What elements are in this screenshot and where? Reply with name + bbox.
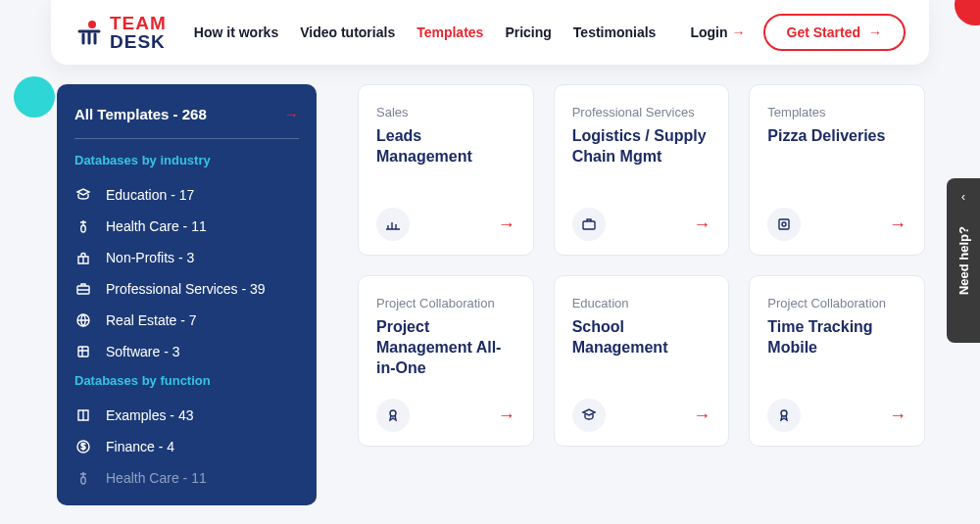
- nav-how-it-works[interactable]: How it works: [194, 24, 278, 40]
- card-category: Professional Services: [572, 105, 711, 120]
- health-icon: [74, 217, 92, 235]
- health-icon: [74, 469, 92, 487]
- dollar-icon: [74, 438, 92, 455]
- sidebar-industry-list: Education - 17 Health Care - 11 Non-Prof…: [74, 179, 299, 367]
- nav-templates[interactable]: Templates: [416, 24, 483, 40]
- template-card[interactable]: Project Collaboration Project Management…: [358, 275, 534, 447]
- sidebar-section-function-title: Databases by function: [74, 373, 299, 388]
- nav: How it works Video tutorials Templates P…: [194, 24, 657, 40]
- nav-pricing[interactable]: Pricing: [505, 24, 551, 40]
- card-title: Time Tracking Mobile: [767, 317, 906, 358]
- globe-icon: [74, 311, 92, 329]
- arrow-right-icon: →: [693, 214, 710, 235]
- briefcase-icon: [572, 208, 606, 241]
- logo-text: TEAM DESK: [110, 14, 167, 51]
- book-icon: [74, 406, 92, 424]
- card-category: Project Collaboration: [376, 296, 515, 311]
- template-card[interactable]: Education School Management →: [554, 275, 730, 447]
- package-icon: [767, 208, 801, 241]
- template-card[interactable]: Professional Services Logistics / Supply…: [554, 84, 730, 256]
- sidebar-item-health[interactable]: Health Care - 11: [74, 211, 299, 242]
- template-card[interactable]: Sales Leads Management →: [358, 84, 534, 256]
- svg-point-7: [782, 222, 786, 226]
- education-icon: [74, 186, 92, 204]
- arrow-right-icon: →: [498, 405, 515, 426]
- card-title: Leads Management: [376, 126, 515, 167]
- help-label: Need help?: [956, 226, 971, 295]
- arrow-right-icon: →: [732, 24, 746, 40]
- card-title: Logistics / Supply Chain Mgmt: [572, 126, 711, 167]
- header: TEAM DESK How it works Video tutorials T…: [51, 0, 929, 65]
- arrow-right-icon: →: [693, 405, 710, 426]
- help-tab[interactable]: ‹ Need help?: [947, 178, 980, 343]
- sidebar: All Templates - 268 → Databases by indus…: [57, 84, 317, 505]
- login-link[interactable]: Login →: [690, 24, 745, 40]
- cert-icon: [767, 399, 801, 432]
- chevron-left-icon: ‹: [961, 190, 965, 204]
- sidebar-item-label: Education - 17: [106, 187, 194, 203]
- card-title: Pizza Deliveries: [767, 126, 906, 147]
- sidebar-item-finance[interactable]: Finance - 4: [74, 431, 299, 462]
- sidebar-function-list: Examples - 43 Finance - 4 Health Care - …: [74, 400, 299, 494]
- sidebar-item-nonprofit[interactable]: Non-Profits - 3: [74, 242, 299, 273]
- svg-rect-6: [779, 219, 789, 229]
- cert-icon: [376, 399, 410, 432]
- sidebar-item-label: Health Care - 11: [106, 470, 207, 486]
- sidebar-section-industry-title: Databases by industry: [74, 153, 299, 167]
- arrow-right-icon: →: [498, 214, 515, 235]
- svg-rect-5: [583, 221, 595, 229]
- sidebar-item-professional-services[interactable]: Professional Services - 39: [74, 273, 299, 305]
- svg-point-0: [88, 21, 96, 28]
- card-category: Project Collaboration: [767, 296, 906, 311]
- divider: [74, 138, 299, 139]
- card-category: Templates: [767, 105, 906, 120]
- get-started-button[interactable]: Get Started →: [763, 14, 906, 51]
- arrow-right-icon: →: [868, 24, 882, 40]
- sidebar-item-label: Examples - 43: [106, 407, 193, 423]
- nonprofit-icon: [74, 249, 92, 266]
- logo-line1: TEAM: [110, 14, 167, 32]
- logo-mark-icon: [74, 18, 104, 47]
- sidebar-item-examples[interactable]: Examples - 43: [74, 400, 299, 431]
- card-title: Project Management All-in-One: [376, 317, 515, 378]
- card-category: Education: [572, 296, 711, 311]
- sidebar-item-health-2[interactable]: Health Care - 11: [74, 462, 299, 494]
- nav-video-tutorials[interactable]: Video tutorials: [300, 24, 395, 40]
- arrow-right-icon: →: [889, 214, 906, 235]
- sidebar-item-label: Finance - 4: [106, 439, 174, 454]
- sidebar-item-real-estate[interactable]: Real Estate - 7: [74, 305, 299, 336]
- get-started-label: Get Started: [787, 24, 860, 40]
- card-category: Sales: [376, 105, 515, 120]
- arrow-right-icon: →: [889, 405, 906, 426]
- education-icon: [572, 399, 606, 432]
- briefcase-icon: [74, 280, 92, 298]
- bar-chart-icon: [376, 208, 410, 241]
- logo[interactable]: TEAM DESK: [74, 14, 167, 51]
- sidebar-all-templates[interactable]: All Templates - 268 →: [74, 106, 299, 138]
- sidebar-item-label: Health Care - 11: [106, 218, 207, 234]
- sidebar-item-education[interactable]: Education - 17: [74, 179, 299, 211]
- card-title: School Management: [572, 317, 711, 358]
- svg-rect-3: [78, 347, 88, 357]
- login-label: Login: [690, 24, 727, 40]
- nav-testimonials[interactable]: Testimonials: [573, 24, 657, 40]
- template-grid: Sales Leads Management → Professional Se…: [358, 84, 925, 447]
- sidebar-item-software[interactable]: Software - 3: [74, 336, 299, 367]
- sidebar-item-label: Professional Services - 39: [106, 281, 266, 297]
- sidebar-item-label: Real Estate - 7: [106, 312, 197, 328]
- decor-circle-cyan: [14, 76, 55, 118]
- cube-icon: [74, 343, 92, 360]
- template-card[interactable]: Project Collaboration Time Tracking Mobi…: [749, 275, 925, 447]
- sidebar-all-label: All Templates - 268: [74, 106, 207, 122]
- decor-circle-red: [955, 0, 980, 25]
- sidebar-item-label: Software - 3: [106, 344, 179, 359]
- template-card[interactable]: Templates Pizza Deliveries →: [749, 84, 925, 256]
- logo-line2: DESK: [110, 32, 167, 51]
- sidebar-item-label: Non-Profits - 3: [106, 250, 194, 265]
- arrow-right-icon: →: [284, 106, 299, 122]
